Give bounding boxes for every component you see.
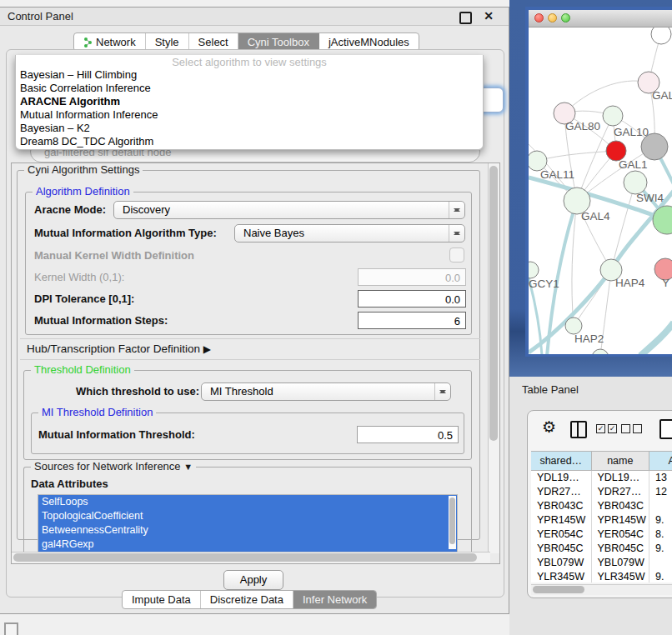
which-threshold-combo[interactable]: MI Threshold (201, 382, 451, 401)
column-header[interactable]: shared… (531, 452, 592, 470)
expander-arrow-icon: ▶ (203, 343, 211, 355)
settings-vertical-scrollbar[interactable] (488, 163, 499, 553)
node-label: HAP2 (574, 332, 604, 345)
network-node[interactable] (651, 28, 671, 44)
docked-panel-icon[interactable] (4, 622, 18, 635)
scrollbar-thumb[interactable] (13, 553, 477, 562)
table-row[interactable]: YBR045CYBR045C9. (531, 542, 672, 556)
table-row[interactable]: YBL079WYBL079W (531, 556, 672, 570)
mi-steps-field[interactable]: 6 (358, 312, 466, 329)
table-cell: YPR145W (531, 513, 592, 528)
dropdown-item[interactable]: Bayesian – Hill Climbing (16, 68, 483, 82)
table-cell: 8. (649, 528, 672, 542)
float-window-icon[interactable] (459, 12, 472, 24)
tab-select[interactable]: Select (189, 33, 238, 51)
tab-label: jActiveMNodules (328, 36, 409, 48)
attribute-list-item[interactable]: TopologicalCoefficient (38, 509, 457, 523)
close-traffic-light-icon[interactable] (534, 13, 544, 22)
network-node[interactable] (603, 106, 623, 126)
scrollbar-thumb[interactable] (533, 586, 584, 593)
dropdown-item[interactable]: Basic Correlation Inference (16, 82, 483, 95)
algorithm-dropdown-prompt: Select algorithm to view settings (16, 55, 483, 68)
table-cell: YLR345W (592, 570, 650, 582)
hub-definition-expander[interactable]: Hub/Transcription Factor Definition ▶ (20, 338, 480, 360)
minimize-traffic-light-icon[interactable] (548, 13, 557, 22)
table-row[interactable]: YLR345WYLR345W9. (531, 570, 672, 582)
cyni-algorithm-settings-legend: Cyni Algorithm Settings (24, 164, 143, 176)
sources-group: Sources for Network Inference ▼ Data Att… (23, 467, 472, 555)
tab-impute-data[interactable]: Impute Data (123, 591, 201, 608)
table-cell: 9. (649, 542, 672, 556)
attribute-list-item[interactable]: gal4RGexp (38, 538, 457, 552)
table-cell: YDR27… (531, 485, 592, 499)
mi-type-label: Mutual Information Algorithm Type: (34, 227, 217, 239)
tab-label: Infer Network (303, 593, 367, 606)
table-row[interactable]: YDL19…YDL19…13 (531, 471, 672, 485)
dpi-tolerance-field[interactable]: 0.0 (358, 290, 466, 308)
attribute-list-item[interactable]: SelfLoops (38, 495, 457, 509)
scrollbar-thumb[interactable] (449, 498, 455, 544)
tab-style[interactable]: Style (146, 33, 189, 51)
table-row[interactable]: YPR145WYPR145W9. (531, 513, 672, 528)
manual-kernel-checkbox[interactable] (449, 248, 464, 262)
tab-infer-network[interactable]: Infer Network (293, 591, 376, 608)
network-node[interactable] (592, 349, 609, 354)
table-body: YDL19…YDL19…13YDR27…YDR27…12YBR043CYBR04… (531, 471, 672, 582)
attributes-list-scrollbar[interactable] (449, 496, 456, 549)
tab-discretize-data[interactable]: Discretize Data (201, 591, 293, 608)
sources-legend: Sources for Network Inference (34, 460, 181, 472)
new-table-icon[interactable] (659, 419, 672, 439)
mi-threshold-label: Mutual Information Threshold: (38, 428, 195, 441)
table-row[interactable]: YBR043CYBR043C (531, 499, 672, 513)
algorithm-definition-legend: Algorithm Definition (33, 186, 133, 198)
node-table-container: ⚙ ✓✓ shared…nameA YDL19…YDL19…13YDR27…YD… (527, 410, 672, 598)
collapse-arrow-icon[interactable]: ▼ (183, 462, 193, 472)
attribute-list-item[interactable]: BetweennessCentrality (38, 523, 457, 538)
settings-horizontal-scrollbar[interactable] (12, 552, 490, 563)
gear-icon[interactable]: ⚙ (542, 418, 556, 437)
select-columns-checked-icon[interactable]: ✓✓ (596, 424, 617, 433)
network-window-titlebar[interactable] (529, 10, 672, 28)
network-canvas[interactable]: GALGAL80GAL10GAL1GAL11SWI4GAL4GCY1HAP4YH… (529, 28, 672, 354)
network-node[interactable] (565, 318, 582, 334)
aracne-mode-combo[interactable]: Discovery (113, 201, 465, 219)
aracne-mode-value: Discovery (123, 203, 170, 216)
dropdown-item[interactable]: ARACNE Algorithm (16, 95, 483, 108)
apply-button[interactable]: Apply (223, 570, 283, 590)
unchecked-box-icon (633, 424, 642, 433)
algorithm-dropdown-items: Bayesian – Hill ClimbingBasic Correlatio… (16, 68, 483, 148)
table-row[interactable]: YER054CYER054C8. (531, 528, 672, 542)
table-cell: YLR345W (531, 570, 592, 582)
table-horizontal-scrollbar[interactable] (531, 584, 672, 595)
tab-jactivemnodules[interactable]: jActiveMNodules (319, 33, 419, 51)
table-row[interactable]: YDR27…YDR27…12 (531, 485, 672, 499)
algorithm-definition-group: Algorithm Definition Aracne Mode: Discov… (25, 192, 472, 335)
network-node[interactable] (529, 262, 539, 278)
table-cell (649, 499, 672, 513)
node-table: shared…nameA YDL19…YDL19…13YDR27…YDR27…1… (531, 451, 672, 582)
algorithm-dropdown-list: Select algorithm to view settings Bayesi… (15, 55, 484, 150)
table-header-row: shared…nameA (531, 451, 672, 471)
tab-label: Discretize Data (210, 593, 283, 606)
kernel-width-field[interactable]: 0.0 (358, 268, 466, 286)
node-label: HAP4 (615, 277, 645, 289)
tab-label: Select (198, 36, 228, 48)
column-header[interactable]: A (649, 452, 672, 470)
table-cell: YBR043C (592, 499, 650, 513)
mi-algorithm-type-combo[interactable]: Naive Bayes (234, 224, 465, 242)
network-view-window[interactable]: GALGAL80GAL10GAL1GAL11SWI4GAL4GCY1HAP4YH… (525, 7, 672, 357)
dropdown-item[interactable]: Dream8 DC_TDC Algorithm (16, 135, 483, 148)
tab-cyni-toolbox[interactable]: Cyni Toolbox (238, 33, 319, 51)
scrollbar-thumb[interactable] (489, 166, 498, 441)
dropdown-item[interactable]: Bayesian – K2 (16, 122, 483, 135)
zoom-traffic-light-icon[interactable] (561, 13, 570, 22)
network-node[interactable] (624, 171, 647, 194)
tab-network[interactable]: Network (74, 33, 146, 51)
close-icon[interactable]: ✕ (484, 9, 494, 22)
table-cell (649, 556, 672, 570)
mi-threshold-field[interactable]: 0.5 (357, 426, 459, 443)
dropdown-item[interactable]: Mutual Information Inference (16, 108, 483, 122)
columns-icon[interactable] (570, 421, 587, 438)
column-header[interactable]: name (592, 452, 650, 470)
select-columns-unchecked-icon[interactable] (621, 424, 642, 433)
